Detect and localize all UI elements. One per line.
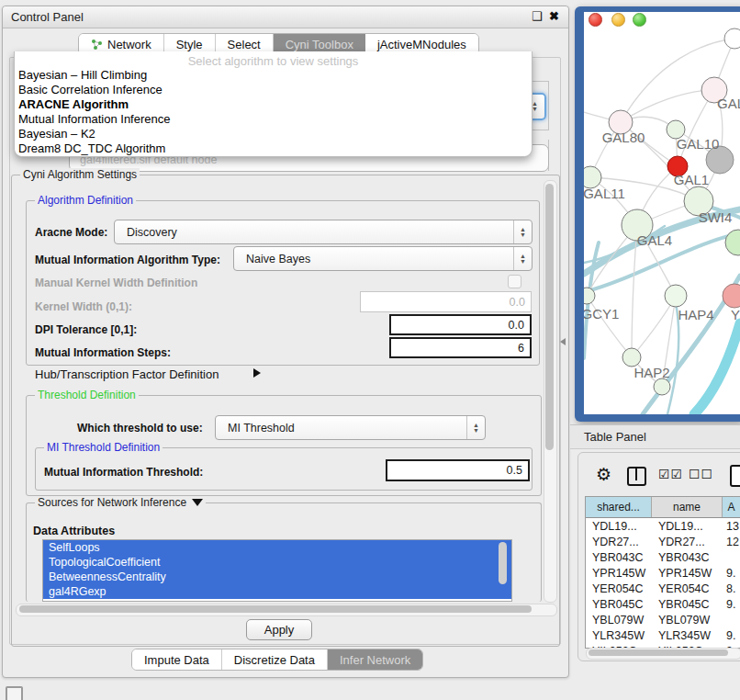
network-node-label: GAL1 xyxy=(674,172,709,187)
mi-type-combo[interactable]: Naive Bayes ▲▼ xyxy=(233,246,533,271)
network-node[interactable] xyxy=(725,230,740,255)
network-node[interactable] xyxy=(622,348,641,367)
mac-minimize-button[interactable] xyxy=(611,13,625,27)
control-panel-titlebar[interactable]: Control Panel ❑ ✖ xyxy=(3,6,568,28)
table-header-row: shared... name A xyxy=(586,497,740,518)
table-panel-titlebar[interactable]: Table Panel xyxy=(570,424,740,449)
close-window-icon[interactable]: ✖ xyxy=(549,9,559,24)
tab-impute-data[interactable]: Impute Data xyxy=(132,649,222,670)
network-node-label: GAL xyxy=(717,96,740,111)
columns-icon[interactable] xyxy=(627,467,646,486)
settings-hscrollbar-thumb[interactable] xyxy=(19,605,532,613)
combo-stepper-icon: ▲▼ xyxy=(513,220,532,243)
attribute-item-selected[interactable]: SelfLoops xyxy=(43,540,511,555)
table-hscrollbar[interactable] xyxy=(586,648,740,660)
docked-window-icon[interactable] xyxy=(6,686,23,700)
network-graph: GALGAL80GAL10GAL1GAL11SWI4GAL4GCY1HAP4YH… xyxy=(584,12,740,414)
settings-vscrollbar[interactable] xyxy=(544,180,557,603)
network-node[interactable] xyxy=(654,378,670,395)
table-row[interactable]: YBR045CYBR045C9. xyxy=(586,596,740,612)
hub-definition-label: Hub/Transcription Factor Definition xyxy=(35,367,219,381)
sources-group-title: Sources for Network Inference xyxy=(38,496,186,509)
mi-steps-label: Mutual Information Steps: xyxy=(35,346,171,359)
attribute-item-selected[interactable]: BetweennessCentrality xyxy=(43,570,511,584)
mi-type-label: Mutual Information Algorithm Type: xyxy=(35,254,220,266)
table-row[interactable]: YLR345WYLR345W9. xyxy=(586,627,740,643)
network-node[interactable] xyxy=(724,28,740,49)
network-node-label: GAL4 xyxy=(637,232,672,248)
network-node-label: GCY1 xyxy=(584,306,619,322)
table-row[interactable]: YPR145WYPR145W9. xyxy=(586,565,740,581)
mi-threshold-field[interactable]: 0.5 xyxy=(386,459,530,481)
aracne-mode-combo[interactable]: Discovery ▲▼ xyxy=(114,220,533,244)
kernel-width-field[interactable]: 0.0 xyxy=(360,291,532,312)
network-node[interactable] xyxy=(665,285,687,307)
mi-type-value: Naive Bayes xyxy=(234,253,310,265)
tab-infer-network[interactable]: Infer Network xyxy=(328,649,422,670)
network-node-label: GAL10 xyxy=(677,136,720,152)
tab-discretize-data[interactable]: Discretize Data xyxy=(222,649,328,670)
table-hscrollbar-thumb[interactable] xyxy=(589,649,728,656)
column-header-shared-name[interactable]: shared... xyxy=(586,497,652,517)
combo-stepper-icon: ▲▼ xyxy=(513,247,532,270)
column-header-name[interactable]: name xyxy=(652,497,723,517)
dpi-tolerance-label: DPI Tolerance [0,1]: xyxy=(35,323,137,336)
apply-button[interactable]: Apply xyxy=(246,619,312,640)
select-all-checkboxes-icon[interactable]: ☑☑ xyxy=(658,467,683,481)
mac-close-button[interactable] xyxy=(589,13,602,27)
table-row[interactable]: YER054CYER054C8. xyxy=(586,581,740,596)
dropdown-item[interactable]: Dream8 DC_TDC Algorithm xyxy=(15,141,532,156)
bottom-tabbar: Impute Data Discretize Data Infer Networ… xyxy=(131,649,423,671)
dropdown-item[interactable]: Bayesian – Hill Climbing xyxy=(15,68,532,83)
network-canvas[interactable]: GALGAL80GAL10GAL1GAL11SWI4GAL4GCY1HAP4YH… xyxy=(584,12,740,414)
table-panel-title: Table Panel xyxy=(584,430,646,444)
hub-expand-arrow-icon[interactable] xyxy=(253,368,261,378)
which-threshold-value: MI Threshold xyxy=(216,422,295,435)
mi-steps-field[interactable]: 6 xyxy=(389,337,532,358)
settings-vscrollbar-thumb[interactable] xyxy=(545,184,554,450)
which-threshold-label: Which threshold to use: xyxy=(77,422,203,435)
manual-kernel-checkbox[interactable] xyxy=(508,275,521,288)
dpi-tolerance-field[interactable]: 0.0 xyxy=(389,314,532,335)
table-row[interactable]: YDL19...YDL19...13 xyxy=(586,518,740,534)
attribute-item-selected[interactable]: TopologicalCoefficient xyxy=(43,555,511,570)
network-node-label: SWI4 xyxy=(699,209,733,225)
mi-threshold-label: Mutual Information Threshold: xyxy=(44,466,203,479)
network-node-label: HAP2 xyxy=(633,365,669,380)
settings-hscrollbar[interactable] xyxy=(16,604,557,616)
algorithm-dropdown-popup: Select algorithm to view settings Bayesi… xyxy=(14,51,533,157)
float-window-icon[interactable]: ❑ xyxy=(532,9,543,24)
threshold-definition-title: Threshold Definition xyxy=(35,389,139,401)
panel-collapse-arrow[interactable] xyxy=(560,338,566,345)
table-row[interactable]: YBR043CYBR043C xyxy=(586,549,740,565)
application-root: Control Panel ❑ ✖ Network Style Select C… xyxy=(0,0,740,700)
data-attributes-label: Data Attributes xyxy=(33,525,115,537)
dropdown-item[interactable]: Bayesian – K2 xyxy=(15,127,532,141)
attributes-vscrollbar-thumb[interactable] xyxy=(499,542,507,584)
data-attributes-list[interactable]: SelfLoops TopologicalCoefficient Between… xyxy=(42,539,512,602)
aracne-mode-label: Aracne Mode: xyxy=(35,226,107,239)
dropdown-item-selected[interactable]: ARACNE Algorithm xyxy=(15,97,532,112)
mi-threshold-definition-title: MI Threshold Definition xyxy=(44,441,163,454)
group-border-fragment xyxy=(533,130,549,130)
table-row[interactable]: YDR27...YDR27...12 xyxy=(586,534,740,549)
new-table-icon[interactable] xyxy=(730,465,740,487)
column-header-clipped[interactable]: A xyxy=(723,497,740,517)
mac-zoom-button[interactable] xyxy=(633,13,646,27)
group-border-fragment xyxy=(533,81,549,82)
node-table: shared... name A YDL19...YDL19...13 YDR2… xyxy=(585,496,740,649)
table-row[interactable]: YBL079WYBL079W xyxy=(586,612,740,627)
sources-collapse-arrow-icon[interactable] xyxy=(192,499,203,506)
kernel-width-label: Kernel Width (0,1): xyxy=(35,300,132,313)
attribute-item-selected[interactable]: gal4RGexp xyxy=(43,584,511,599)
which-threshold-combo[interactable]: MI Threshold ▲▼ xyxy=(215,415,486,440)
deselect-all-checkboxes-icon[interactable]: ☐☐ xyxy=(689,467,713,481)
gear-icon[interactable]: ⚙ xyxy=(596,464,611,485)
manual-kernel-label: Manual Kernel Width Definition xyxy=(35,277,197,289)
dropdown-item[interactable]: Mutual Information Inference xyxy=(15,112,532,127)
network-tab-icon xyxy=(91,39,103,51)
network-node-label: GAL11 xyxy=(584,186,625,201)
cyni-algorithm-settings-title: Cyni Algorithm Settings xyxy=(20,168,140,181)
dropdown-item[interactable]: Basic Correlation Inference xyxy=(15,83,532,97)
dropdown-prompt: Select algorithm to view settings xyxy=(15,51,532,68)
